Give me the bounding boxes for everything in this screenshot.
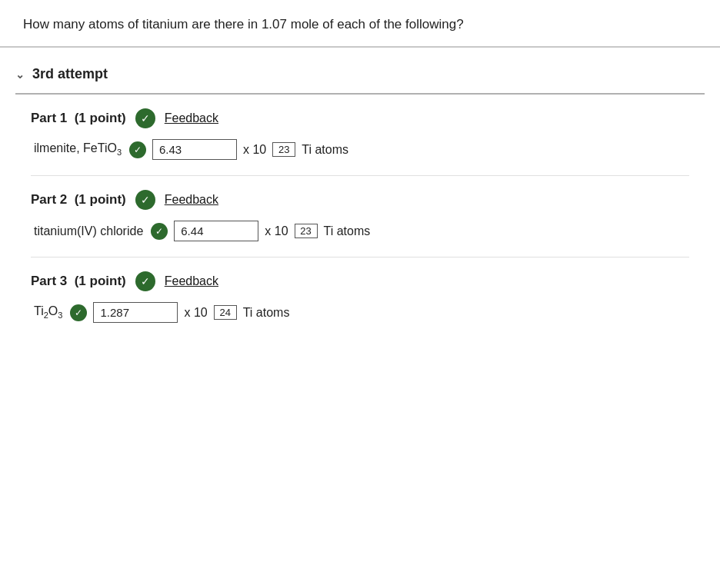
parts-container: Part 1 (1 point) ✓ Feedback ilmenite, Fe…	[15, 95, 705, 331]
chevron-down-icon: ⌄	[15, 68, 25, 81]
part-2-answer-input[interactable]	[174, 221, 258, 241]
checkmark-icon: ✓	[141, 112, 150, 125]
part-3-answer-check-icon: ✓	[70, 304, 87, 321]
part-1-answer-input[interactable]	[152, 139, 237, 160]
part-1-section: Part 1 (1 point) ✓ Feedback ilmenite, Fe…	[31, 95, 689, 168]
part-3-x10: x 10	[184, 306, 207, 320]
part-3-compound: Ti2O3	[34, 304, 62, 320]
part-2-compound: titanium(IV) chloride	[34, 224, 143, 238]
part-1-answer-row: ilmenite, FeTiO3 ✓ x 1023 Ti atoms	[31, 139, 689, 160]
part-3-answer-row: Ti2O3 ✓ x 1024 Ti atoms	[31, 302, 689, 323]
part-3-answer-input[interactable]	[93, 302, 178, 323]
part-3-correct-icon: ✓	[135, 271, 155, 291]
part-3-unit: Ti atoms	[243, 306, 290, 320]
part-1-answer-check-icon: ✓	[129, 141, 146, 158]
part-2-correct-icon: ✓	[135, 190, 155, 210]
part-2-label: Part 2 (1 point)	[31, 192, 126, 208]
attempt-section: ⌄ 3rd attempt Part 1 (1 point) ✓ Feedbac…	[0, 48, 720, 346]
part-3-header: Part 3 (1 point) ✓ Feedback	[31, 271, 689, 291]
part-1-compound: ilmenite, FeTiO3	[34, 141, 122, 157]
part-2-answer-check-icon: ✓	[151, 223, 168, 240]
part-2-section: Part 2 (1 point) ✓ Feedback titanium(IV)…	[31, 175, 689, 249]
part-2-exponent: 23	[295, 224, 318, 238]
part-2-unit: Ti atoms	[324, 224, 371, 238]
question-text: How many atoms of titanium are there in …	[23, 17, 464, 32]
part-1-label: Part 1 (1 point)	[31, 111, 126, 126]
question-header: How many atoms of titanium are there in …	[0, 0, 720, 48]
part-3-exponent: 24	[214, 305, 237, 320]
attempt-header[interactable]: ⌄ 3rd attempt	[15, 55, 705, 93]
part-2-x10: x 10	[265, 224, 288, 238]
part-3-feedback-link[interactable]: Feedback	[165, 274, 218, 288]
part-2-header: Part 2 (1 point) ✓ Feedback	[31, 190, 689, 210]
part-1-x10: x 10	[243, 143, 266, 157]
part-1-correct-icon: ✓	[135, 108, 155, 128]
part-1-feedback-link[interactable]: Feedback	[165, 111, 218, 125]
part-1-header: Part 1 (1 point) ✓ Feedback	[31, 108, 689, 128]
part-2-answer-row: titanium(IV) chloride ✓ x 1023 Ti atoms	[31, 221, 689, 241]
part-3-label: Part 3 (1 point)	[31, 274, 126, 289]
checkmark-icon-2: ✓	[141, 194, 150, 207]
part-2-feedback-link[interactable]: Feedback	[165, 193, 218, 207]
attempt-label: 3rd attempt	[32, 66, 108, 82]
part-1-unit: Ti atoms	[302, 143, 348, 157]
part-3-section: Part 3 (1 point) ✓ Feedback Ti2O3 ✓ x 10…	[31, 257, 689, 331]
part-1-exponent: 23	[272, 142, 295, 157]
page-container: How many atoms of titanium are there in …	[0, 0, 720, 588]
checkmark-icon-3: ✓	[141, 275, 150, 288]
